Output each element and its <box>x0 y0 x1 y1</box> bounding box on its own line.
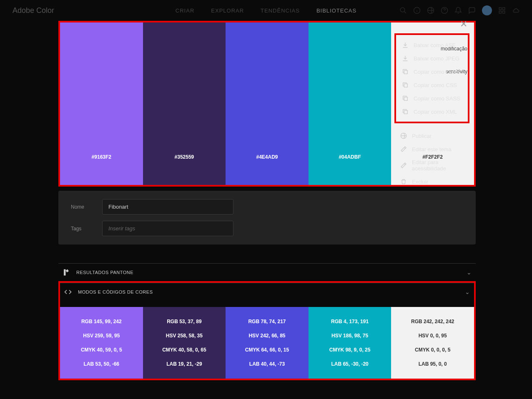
color-codes-grid: RGB 145, 99, 242HSV 259, 59, 95CMYK 40, … <box>60 307 474 379</box>
main-nav: CRIAR EXPLORAR TENDÊNCIAS BIBLIOTECAS <box>176 7 356 14</box>
code-column-1: RGB 53, 37, 89HSV 258, 58, 35CMYK 40, 58… <box>143 307 226 379</box>
edit-icon <box>400 146 407 152</box>
copy-icon <box>402 68 409 75</box>
info-icon[interactable] <box>413 7 421 14</box>
swatch-hex-label: #352559 <box>175 154 194 160</box>
svg-rect-13 <box>404 97 407 100</box>
code-hsv[interactable]: HSV 0, 0, 95 <box>395 333 470 339</box>
code-lab[interactable]: LAB 19, 21, -29 <box>147 361 222 367</box>
app-header: Adobe Color CRIAR EXPLORAR TENDÊNCIAS BI… <box>0 0 532 21</box>
code-rgb[interactable]: RGB 53, 37, 89 <box>147 319 222 324</box>
menu-label: Editar para acessibilidade <box>412 159 464 172</box>
code-column-3: RGB 4, 173, 191HSV 186, 98, 75CMYK 98, 9… <box>309 307 391 379</box>
theme-form: Nome Tags <box>58 191 476 244</box>
code-hsv[interactable]: HSV 242, 66, 85 <box>230 333 304 339</box>
nav-criar[interactable]: CRIAR <box>176 7 194 14</box>
code-column-0: RGB 145, 99, 242HSV 259, 59, 95CMYK 40, … <box>60 307 143 379</box>
edit-accessibility-button[interactable]: Editar para acessibilidade <box>394 156 469 175</box>
code-rgb[interactable]: RGB 145, 99, 242 <box>64 319 139 324</box>
chevron-down-icon: ⌄ <box>465 289 470 295</box>
tags-label: Tags <box>71 226 102 232</box>
cloud-icon[interactable] <box>512 7 519 14</box>
swatch-hex-label: #4E4AD9 <box>256 154 278 160</box>
codes-title: MODOS E CÓDIGOS DE CORES <box>78 289 459 294</box>
nav-tendencias[interactable]: TENDÊNCIAS <box>261 7 300 14</box>
download-icon <box>402 55 409 62</box>
code-column-4: RGB 242, 242, 242HSV 0, 0, 95CMYK 0, 0, … <box>391 307 474 379</box>
menu-label: Publicar <box>412 133 432 139</box>
svg-line-1 <box>404 11 406 13</box>
swatch-hex-label: #04ADBF <box>339 154 361 160</box>
copy-less-button[interactable]: Copiar como LESS <box>396 65 468 78</box>
help-icon[interactable] <box>441 7 448 14</box>
menu-label: Baixar como JPEG <box>414 55 459 62</box>
svg-rect-7 <box>499 7 501 10</box>
code-cmyk[interactable]: CMYK 0, 0, 0, 5 <box>395 347 470 353</box>
code-lab[interactable]: LAB 40, 44, -73 <box>230 361 304 367</box>
code-lab[interactable]: LAB 65, -30, -20 <box>313 361 387 367</box>
svg-rect-9 <box>499 11 501 13</box>
trash-icon <box>400 178 407 185</box>
copy-css-button[interactable]: Copiar como CSS <box>396 78 468 92</box>
download-icon <box>402 42 409 48</box>
codes-highlight: MODOS E CÓDIGOS DE CORES ⌄ RGB 145, 99, … <box>58 281 476 380</box>
code-hsv[interactable]: HSV 186, 98, 75 <box>313 333 387 339</box>
code-rgb[interactable]: RGB 78, 74, 217 <box>230 319 304 324</box>
copy-xml-button[interactable]: Copiar como XML <box>396 105 468 118</box>
globe-icon <box>400 132 407 139</box>
user-avatar[interactable] <box>482 5 492 15</box>
swatch-1[interactable]: #352559 <box>143 22 226 185</box>
swatch-0[interactable]: #9163F2 <box>60 22 143 185</box>
bell-icon[interactable] <box>454 7 462 14</box>
code-rgb[interactable]: RGB 242, 242, 242 <box>395 319 470 324</box>
copy-icon <box>402 95 409 102</box>
pantone-icon <box>63 269 70 276</box>
publish-button[interactable]: Publicar <box>394 129 469 142</box>
name-label: Nome <box>71 204 102 210</box>
svg-rect-10 <box>503 11 505 13</box>
code-rgb[interactable]: RGB 4, 173, 191 <box>313 319 387 324</box>
header-actions <box>399 5 519 15</box>
search-icon[interactable] <box>399 7 407 14</box>
actions-menu: Baixar como ASE Baixar como JPEG Copiar … <box>394 33 469 188</box>
nav-bibliotecas[interactable]: BIBLIOTECAS <box>316 7 356 14</box>
code-cmyk[interactable]: CMYK 40, 59, 0, 5 <box>64 347 139 353</box>
code-hsv[interactable]: HSV 258, 58, 35 <box>147 333 222 339</box>
swatch-2[interactable]: #4E4AD9 <box>226 22 309 185</box>
code-lab[interactable]: LAB 95, 0, 0 <box>395 361 470 367</box>
pantone-accordion[interactable]: RESULTADOS PANTONE ⌄ <box>58 263 476 281</box>
menu-label: Excluir <box>412 179 428 185</box>
code-cmyk[interactable]: CMYK 98, 9, 0, 25 <box>313 347 387 353</box>
code-cmyk[interactable]: CMYK 40, 58, 0, 65 <box>147 347 222 353</box>
code-cmyk[interactable]: CMYK 64, 66, 0, 15 <box>230 347 304 353</box>
menu-label: Copiar como LESS <box>414 69 460 75</box>
app-logo: Adobe Color <box>13 6 54 15</box>
nav-explorar[interactable]: EXPLORAR <box>211 7 244 14</box>
close-button[interactable]: ✕ <box>460 19 467 30</box>
code-icon <box>64 288 72 296</box>
delete-button[interactable]: Excluir <box>394 175 469 188</box>
chat-icon[interactable] <box>468 7 476 14</box>
edit-icon <box>400 162 407 169</box>
svg-rect-14 <box>404 110 407 114</box>
code-lab[interactable]: LAB 53, 50, -66 <box>64 361 139 367</box>
name-input[interactable] <box>102 199 233 214</box>
svg-rect-8 <box>503 7 505 10</box>
swatch-hex-label: #9163F2 <box>92 154 111 160</box>
swatch-3[interactable]: #04ADBF <box>309 22 391 185</box>
edit-theme-button[interactable]: Editar este tema <box>394 142 469 156</box>
codes-accordion[interactable]: MODOS E CÓDIGOS DE CORES ⌄ <box>60 283 474 301</box>
copy-sass-button[interactable]: Copiar como SASS <box>396 92 468 105</box>
globe-icon[interactable] <box>427 7 434 14</box>
copy-icon <box>402 82 409 88</box>
menu-label: Editar este tema <box>412 146 452 152</box>
copy-icon <box>402 108 409 115</box>
download-ase-button[interactable]: Baixar como ASE <box>396 38 468 52</box>
code-hsv[interactable]: HSV 259, 59, 95 <box>64 333 139 339</box>
menu-label: Copiar como SASS <box>414 95 460 102</box>
svg-point-0 <box>400 7 405 12</box>
download-jpeg-button[interactable]: Baixar como JPEG <box>396 52 468 65</box>
menu-label: Baixar como ASE <box>414 42 456 48</box>
tags-input[interactable] <box>102 221 233 236</box>
grid-icon[interactable] <box>498 7 506 14</box>
